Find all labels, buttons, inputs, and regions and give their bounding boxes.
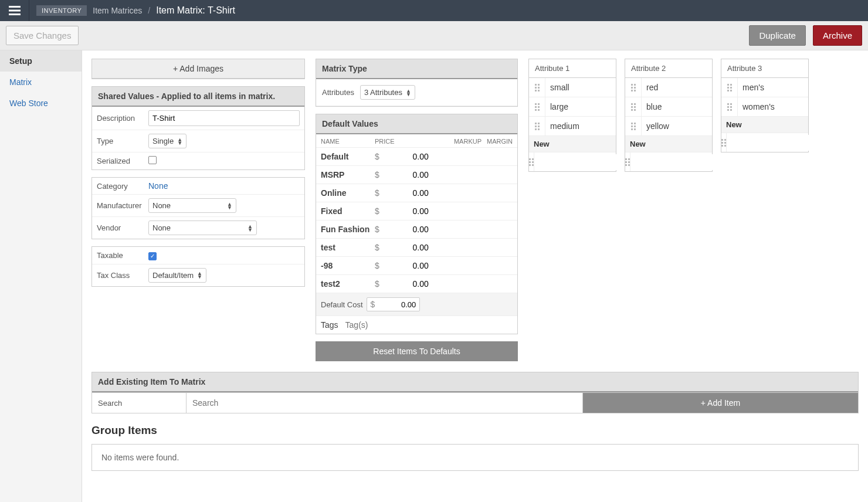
attribute-value: medium (545, 117, 616, 135)
manufacturer-select[interactable]: None▲▼ (148, 198, 236, 213)
serialized-checkbox[interactable] (148, 156, 157, 164)
drag-handle-icon[interactable] (625, 152, 630, 171)
dollar-icon: $ (375, 206, 379, 216)
add-item-button[interactable]: + Add Item (582, 393, 858, 413)
search-input[interactable] (186, 393, 582, 413)
price-input[interactable] (382, 261, 429, 270)
shared-values-heading: Shared Values - Applied to all items in … (92, 87, 304, 107)
drag-handle-icon[interactable] (721, 133, 727, 152)
col-name: NAME (316, 138, 375, 145)
breadcrumb: INVENTORY Item Matrices / Item Matrix: T… (29, 5, 235, 16)
attribute-column: Attribute 1smalllargemediumNew (528, 59, 616, 172)
dollar-icon: $ (375, 279, 379, 289)
col-price: PRICE (375, 138, 439, 145)
description-input[interactable] (148, 110, 300, 126)
svg-rect-1 (9, 10, 21, 12)
price-row-name: Fun Fashion (316, 225, 375, 234)
dollar-icon: $ (371, 300, 375, 309)
dollar-icon: $ (375, 170, 379, 179)
price-row: MSRP$ (316, 166, 517, 184)
tags-label: Tags (321, 320, 338, 330)
select-arrows-icon: ▲▼ (227, 202, 232, 209)
attribute-new-label: New (529, 136, 616, 152)
inventory-tag[interactable]: INVENTORY (36, 5, 87, 16)
reset-items-button[interactable]: Reset Items To Defaults (316, 341, 518, 361)
col-margin: MARGIN (485, 138, 517, 145)
attributes-label: Attributes (322, 88, 354, 97)
attribute-item[interactable]: women's (721, 97, 808, 117)
price-row-name: Online (316, 188, 375, 198)
attribute-item[interactable]: red (625, 78, 712, 97)
attribute-new-input[interactable] (534, 154, 640, 170)
price-row: -98$ (316, 257, 517, 275)
price-input[interactable] (382, 188, 429, 198)
price-row-name: MSRP (316, 170, 375, 179)
tags-input[interactable] (345, 320, 513, 330)
taxable-label: Taxable (97, 251, 148, 260)
no-items-message: No items were found. (91, 444, 859, 471)
category-label: Category (97, 182, 148, 191)
price-input[interactable] (382, 206, 429, 216)
attribute-new-input[interactable] (630, 154, 736, 170)
drag-handle-icon[interactable] (625, 117, 642, 135)
drag-handle-icon[interactable] (529, 97, 545, 116)
price-input[interactable] (382, 170, 429, 179)
drag-handle-icon[interactable] (529, 78, 545, 97)
attribute-new-input[interactable] (727, 135, 832, 151)
attributes-select[interactable]: 3 Attributes▲▼ (360, 85, 415, 100)
default-values-heading: Default Values (316, 114, 517, 134)
price-row: Online$ (316, 184, 517, 202)
default-cost-input[interactable] (375, 300, 416, 309)
tax-class-select[interactable]: Default/Item▲▼ (148, 268, 206, 283)
price-row: test2$ (316, 275, 517, 293)
tax-class-label: Tax Class (97, 271, 148, 280)
price-row-name: Default (316, 152, 375, 161)
drag-handle-icon[interactable] (529, 152, 534, 171)
price-input[interactable] (382, 243, 429, 252)
add-images-button[interactable]: + Add Images (92, 59, 304, 79)
duplicate-button[interactable]: Duplicate (749, 25, 806, 46)
archive-button[interactable]: Archive (813, 25, 862, 46)
sidebar-item-setup[interactable]: Setup (0, 50, 82, 72)
sidebar-item-webstore[interactable]: Web Store (0, 93, 82, 114)
price-input[interactable] (382, 225, 429, 234)
sidebar-item-matrix[interactable]: Matrix (0, 72, 82, 93)
price-input[interactable] (382, 279, 429, 289)
attribute-value: small (545, 79, 616, 96)
page-title: Item Matrix: T-Shirt (156, 5, 235, 16)
price-row-name: test (316, 243, 375, 252)
attribute-value: women's (738, 98, 808, 116)
drag-handle-icon[interactable] (529, 117, 545, 135)
attribute-value: large (545, 98, 616, 116)
drag-handle-icon[interactable] (721, 97, 738, 116)
drag-handle-icon[interactable] (721, 78, 738, 97)
menu-button[interactable] (0, 0, 29, 21)
add-existing-heading: Add Existing Item To Matrix (92, 372, 858, 392)
attribute-title: Attribute 2 (625, 59, 713, 77)
attribute-item[interactable]: medium (529, 117, 616, 136)
type-select[interactable]: Single▲▼ (148, 134, 187, 148)
svg-rect-2 (9, 13, 21, 15)
attribute-item[interactable]: blue (625, 97, 712, 117)
attribute-new-row (529, 152, 616, 171)
attribute-value: men's (738, 79, 808, 96)
dollar-icon: $ (375, 188, 379, 198)
price-input[interactable] (382, 152, 429, 161)
drag-handle-icon[interactable] (625, 97, 642, 116)
attribute-item[interactable]: men's (721, 78, 808, 97)
category-value[interactable]: None (148, 181, 168, 191)
attribute-item[interactable]: small (529, 78, 616, 97)
dollar-icon: $ (375, 152, 379, 161)
select-arrows-icon: ▲▼ (197, 272, 202, 279)
taxable-checkbox[interactable] (148, 252, 157, 260)
vendor-select[interactable]: None▲▼ (148, 221, 257, 235)
breadcrumb-link-matrices[interactable]: Item Matrices (93, 6, 142, 15)
attribute-new-row (721, 133, 808, 152)
attribute-item[interactable]: yellow (625, 117, 712, 136)
drag-handle-icon[interactable] (625, 78, 642, 97)
attribute-item[interactable]: large (529, 97, 616, 117)
search-label: Search (92, 394, 186, 412)
serialized-label: Serialized (97, 157, 148, 165)
attribute-value: yellow (642, 117, 712, 135)
save-button[interactable]: Save Changes (6, 26, 79, 45)
